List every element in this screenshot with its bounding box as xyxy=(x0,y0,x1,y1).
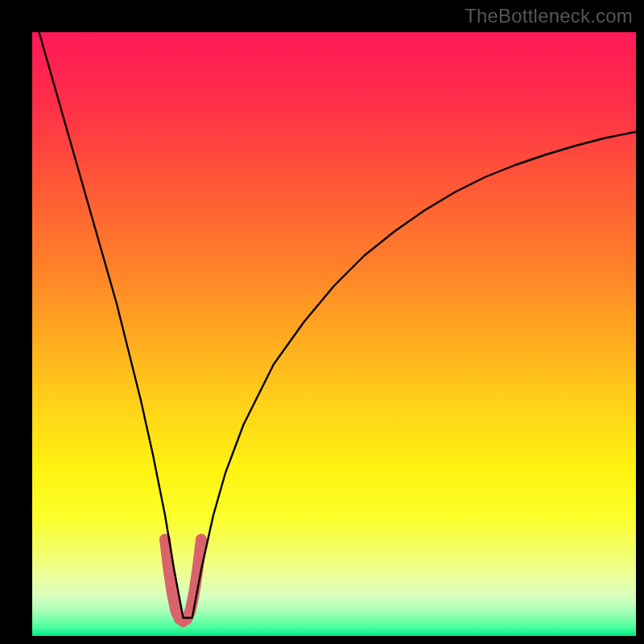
chart-stage: TheBottleneck.com xyxy=(0,0,644,644)
curves-layer xyxy=(32,32,636,636)
watermark-text: TheBottleneck.com xyxy=(464,5,633,27)
v-curve-path xyxy=(32,32,636,618)
plot-area xyxy=(32,32,636,636)
